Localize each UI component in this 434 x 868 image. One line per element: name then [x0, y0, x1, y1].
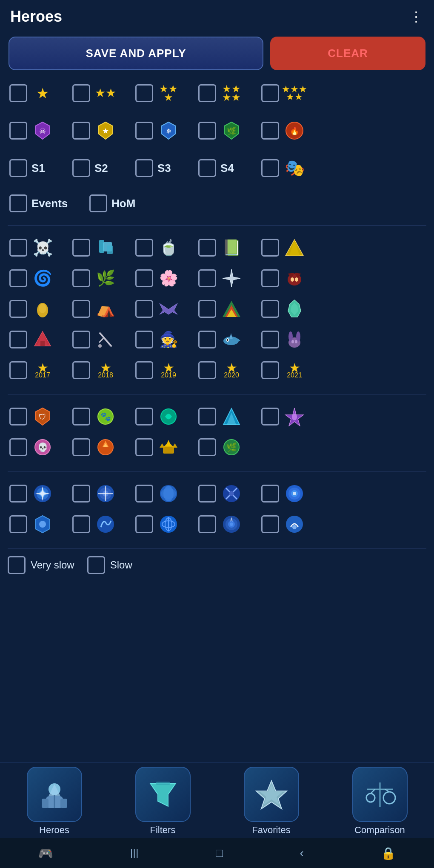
checkbox-leaf[interactable]: [72, 269, 90, 287]
y2018-label: 2018: [98, 372, 113, 379]
clear-button[interactable]: CLEAR: [270, 37, 425, 70]
checkbox-class-royal[interactable]: [135, 438, 153, 456]
checkbox-very-slow[interactable]: [8, 556, 26, 574]
checkbox-hom[interactable]: [89, 194, 107, 212]
checkbox-rabbit[interactable]: [261, 331, 279, 348]
checkbox-bat[interactable]: [135, 300, 153, 318]
y2017-label: 2017: [35, 372, 50, 379]
checkbox-cyclone[interactable]: [9, 269, 27, 287]
nav-heroes[interactable]: Heroes: [27, 767, 82, 836]
checkbox-class-mountain[interactable]: [198, 408, 216, 425]
checkbox-flower[interactable]: [135, 269, 153, 287]
nav-favorites[interactable]: Favorites: [244, 767, 299, 836]
checkbox-skull[interactable]: [9, 239, 27, 257]
filter-y2020: ★ 2020: [198, 359, 258, 381]
checkbox-attack-5[interactable]: [261, 485, 279, 503]
checkbox-camp[interactable]: [72, 300, 90, 318]
checkbox-tent[interactable]: [9, 331, 27, 348]
checkbox-attack-4[interactable]: [198, 485, 216, 503]
svg-point-43: [291, 340, 294, 343]
checkbox-class-beast[interactable]: [72, 408, 90, 425]
checkbox-book[interactable]: [198, 239, 216, 257]
checkbox-faction-purple[interactable]: [9, 122, 27, 140]
filter-class-beast: 🐾: [72, 405, 132, 428]
checkbox-s1[interactable]: [9, 159, 27, 177]
checkbox-shark[interactable]: [198, 331, 216, 348]
svg-text:★: ★: [102, 127, 109, 135]
class-ranger-icon: 🛡: [31, 405, 54, 428]
checkbox-pyramid[interactable]: [261, 239, 279, 257]
checkbox-faction-ice[interactable]: [135, 122, 153, 140]
checkbox-egg[interactable]: [9, 300, 27, 318]
checkbox-attack-9[interactable]: [198, 515, 216, 533]
checkbox-attack-6[interactable]: [9, 515, 27, 533]
checkbox-attack-8[interactable]: [135, 515, 153, 533]
checkbox-attack-7[interactable]: [72, 515, 90, 533]
checkbox-faction-fire[interactable]: [261, 122, 279, 140]
attack-filter-section: [0, 476, 434, 544]
checkbox-class-mystic[interactable]: [261, 408, 279, 425]
checkbox-star2[interactable]: [72, 84, 90, 102]
checkbox-slow[interactable]: [87, 556, 105, 574]
checkbox-attack-3[interactable]: [135, 485, 153, 503]
attack-3-icon: [157, 483, 180, 505]
checkbox-class-ranger[interactable]: [9, 408, 27, 425]
save-apply-button[interactable]: SAVE AND APPLY: [9, 37, 263, 70]
checkbox-y2020[interactable]: [198, 361, 216, 379]
checkbox-y2021[interactable]: [261, 361, 279, 379]
checkbox-star3[interactable]: [135, 84, 153, 102]
checkbox-demon[interactable]: [261, 269, 279, 287]
checkbox-events[interactable]: [9, 194, 27, 212]
checkbox-attack-1[interactable]: [9, 485, 27, 503]
checkbox-shuriken[interactable]: [198, 269, 216, 287]
checkbox-star5[interactable]: [261, 84, 279, 102]
checkbox-attack-2[interactable]: [72, 485, 90, 503]
checkbox-stones[interactable]: [72, 239, 90, 257]
checkbox-s3[interactable]: [135, 159, 153, 177]
checkbox-class-druid[interactable]: [135, 408, 153, 425]
sys-recent-icon[interactable]: |||: [130, 848, 139, 859]
svg-rect-59: [163, 446, 174, 454]
svg-point-111: [366, 794, 375, 802]
filter-flower: 🌸: [135, 267, 195, 289]
faction-gold-icon: ★: [94, 120, 117, 142]
checkbox-class-undead[interactable]: [9, 438, 27, 456]
nav-filters[interactable]: Filters: [135, 767, 191, 836]
checkbox-attack-10[interactable]: [261, 515, 279, 533]
checkbox-faction-gold[interactable]: [72, 122, 90, 140]
svg-line-33: [99, 338, 103, 343]
menu-button[interactable]: ⋮: [409, 9, 424, 25]
star5-icon: ★★★ ★★: [283, 82, 306, 104]
checkbox-y2017[interactable]: [9, 361, 27, 379]
sys-gamepad-icon[interactable]: 🎮: [38, 846, 53, 860]
sys-lock-icon[interactable]: 🔒: [381, 846, 396, 860]
checkbox-mask[interactable]: [261, 159, 279, 177]
filter-class-mountain: [198, 405, 258, 428]
sys-home-icon[interactable]: □: [216, 846, 223, 860]
checkbox-class-volcanic[interactable]: [72, 438, 90, 456]
checkbox-s2[interactable]: [72, 159, 90, 177]
filter-slow: Slow: [87, 556, 132, 574]
nav-comparison[interactable]: Comparison: [352, 767, 408, 836]
divider-3: [8, 471, 426, 471]
checkbox-y2019[interactable]: [135, 361, 153, 379]
checkbox-star1[interactable]: [9, 84, 27, 102]
checkbox-y2018[interactable]: [72, 361, 90, 379]
filter-item-faction-nature: 🌿: [198, 120, 258, 142]
checkbox-class-nature2[interactable]: [198, 438, 216, 456]
checkbox-bowl[interactable]: [135, 239, 153, 257]
svg-text:🌿: 🌿: [227, 126, 237, 136]
checkbox-star4[interactable]: [198, 84, 216, 102]
spacer: [0, 577, 434, 675]
skull-icon: ☠️: [31, 237, 54, 259]
checkbox-wizard[interactable]: [135, 331, 153, 348]
flower-icon: 🌸: [157, 267, 180, 289]
checkbox-faction-nature[interactable]: [198, 122, 216, 140]
checkbox-sword[interactable]: [72, 331, 90, 348]
checkbox-crystal[interactable]: [261, 300, 279, 318]
y2017-icon: ★ 2017: [31, 359, 54, 381]
sys-back-icon[interactable]: ‹: [300, 846, 304, 860]
checkbox-triangle[interactable]: [198, 300, 216, 318]
checkbox-s4[interactable]: [198, 159, 216, 177]
shuriken-icon: [220, 267, 243, 289]
